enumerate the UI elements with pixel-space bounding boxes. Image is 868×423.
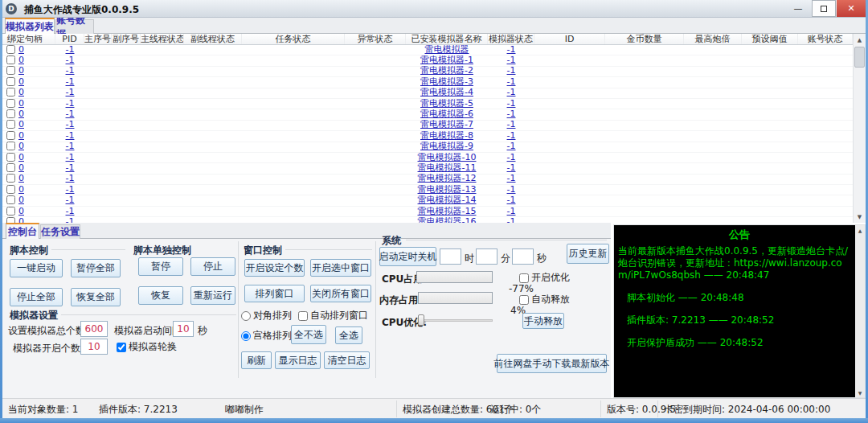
console-scroll-down-icon[interactable]: ▼ bbox=[855, 388, 865, 397]
row-checkbox[interactable] bbox=[6, 142, 15, 150]
column-header[interactable]: PID bbox=[55, 34, 84, 44]
row-handle-link[interactable]: 0 bbox=[18, 120, 24, 129]
rotate-checkbox[interactable]: 模拟器轮换 bbox=[117, 340, 177, 354]
row-checkbox[interactable] bbox=[6, 131, 15, 140]
pause-button[interactable]: 暂停 bbox=[138, 257, 183, 276]
row-handle-link[interactable]: 0 bbox=[18, 185, 24, 195]
row-pid-link[interactable]: -1 bbox=[66, 185, 75, 195]
manual-release-button[interactable]: 手动释放 bbox=[522, 313, 564, 329]
row-status-link[interactable]: -1 bbox=[507, 77, 516, 87]
row-status-link[interactable]: -1 bbox=[507, 99, 516, 109]
row-handle-link[interactable]: 0 bbox=[18, 217, 24, 223]
auto-arrange-checkbox-input[interactable] bbox=[298, 311, 308, 321]
row-pid-link[interactable]: -1 bbox=[66, 163, 75, 173]
start-all-button[interactable]: 一键启动 bbox=[10, 259, 63, 277]
row-handle-link[interactable]: 0 bbox=[18, 99, 24, 109]
row-handle-link[interactable]: 0 bbox=[18, 153, 24, 162]
row-status-link[interactable]: -1 bbox=[507, 131, 516, 141]
row-checkbox[interactable] bbox=[6, 99, 15, 108]
column-header[interactable]: 绑定句柄 bbox=[2, 34, 55, 44]
row-status-link[interactable]: -1 bbox=[507, 153, 516, 162]
row-pid-link[interactable]: -1 bbox=[66, 142, 75, 151]
row-status-link[interactable]: -1 bbox=[507, 45, 516, 55]
row-status-link[interactable]: -1 bbox=[507, 217, 516, 223]
arrange-windows-button[interactable]: 排列窗口 bbox=[244, 285, 305, 302]
clear-log-button[interactable]: 清空日志 bbox=[324, 351, 370, 369]
row-status-link[interactable]: -1 bbox=[507, 88, 516, 97]
column-header[interactable]: 主序号 bbox=[84, 34, 112, 44]
tab-account-data[interactable]: 账号数据 bbox=[55, 19, 94, 34]
auto-release-checkbox-input[interactable] bbox=[519, 295, 529, 305]
row-handle-link[interactable]: 0 bbox=[18, 142, 24, 151]
download-latest-button[interactable]: 前往网盘手动下载最新版本 bbox=[497, 354, 607, 373]
row-status-link[interactable]: -1 bbox=[507, 142, 516, 151]
column-header[interactable]: 异常状态 bbox=[345, 34, 406, 44]
console-scrollbar[interactable]: ▲ ▼ bbox=[855, 225, 865, 397]
tab-emulator-list[interactable]: 模拟器列表 bbox=[5, 18, 55, 34]
row-emulator-name-link[interactable]: 雷电模拟器-5 bbox=[420, 99, 473, 109]
row-emulator-name-link[interactable]: 雷电模拟器-15 bbox=[418, 207, 477, 216]
row-emulator-name-link[interactable]: 雷电模拟器-4 bbox=[420, 88, 473, 97]
row-emulator-name-link[interactable]: 雷电模拟器-12 bbox=[418, 174, 477, 183]
interval-input[interactable] bbox=[173, 321, 194, 337]
row-pid-link[interactable]: -1 bbox=[66, 99, 75, 109]
row-pid-link[interactable]: -1 bbox=[66, 207, 75, 216]
row-pid-link[interactable]: -1 bbox=[66, 88, 75, 97]
diagonal-radio[interactable]: 对角排列 bbox=[241, 309, 292, 322]
row-emulator-name-link[interactable]: 雷电模拟器-7 bbox=[420, 120, 473, 129]
row-checkbox[interactable] bbox=[6, 55, 15, 64]
stop-all-button[interactable]: 停止全部 bbox=[10, 288, 63, 306]
row-handle-link[interactable]: 0 bbox=[18, 55, 24, 65]
auto-release-checkbox[interactable]: 自动释放 bbox=[519, 293, 570, 306]
row-emulator-name-link[interactable]: 雷电模拟器-14 bbox=[418, 195, 477, 205]
open-count-input[interactable] bbox=[80, 339, 108, 355]
diagonal-radio-input[interactable] bbox=[241, 311, 251, 321]
select-all-button[interactable]: 全选 bbox=[335, 326, 362, 344]
minute-input[interactable] bbox=[476, 248, 497, 265]
resume-all-button[interactable]: 恢复全部 bbox=[71, 288, 121, 306]
history-update-button[interactable]: 历史更新 bbox=[567, 244, 609, 264]
stop-button[interactable]: 停止 bbox=[190, 257, 235, 276]
column-header[interactable]: ID bbox=[534, 34, 605, 44]
row-pid-link[interactable]: -1 bbox=[66, 66, 75, 76]
row-checkbox[interactable] bbox=[6, 217, 15, 223]
row-emulator-name-link[interactable]: 雷电模拟器-16 bbox=[418, 217, 477, 223]
column-header[interactable]: 账号状态 bbox=[798, 34, 853, 44]
column-header[interactable]: 已安装模拟器名称 bbox=[406, 34, 488, 44]
row-status-link[interactable]: -1 bbox=[507, 66, 516, 76]
column-header[interactable]: 模拟器状态 bbox=[488, 34, 534, 44]
table-scrollbar[interactable]: ▲ ▼ bbox=[853, 34, 866, 223]
row-status-link[interactable]: -1 bbox=[507, 109, 516, 119]
row-pid-link[interactable]: -1 bbox=[66, 45, 75, 55]
row-handle-link[interactable]: 0 bbox=[18, 195, 24, 205]
row-checkbox[interactable] bbox=[6, 174, 15, 183]
row-emulator-name-link[interactable]: 雷电模拟器-11 bbox=[418, 163, 477, 173]
column-header[interactable]: 副序号 bbox=[112, 34, 141, 44]
row-status-link[interactable]: -1 bbox=[507, 163, 516, 173]
row-status-link[interactable]: -1 bbox=[507, 55, 516, 65]
pause-all-button[interactable]: 暂停全部 bbox=[71, 259, 121, 277]
row-pid-link[interactable]: -1 bbox=[66, 77, 75, 87]
hour-input[interactable] bbox=[440, 248, 461, 265]
row-checkbox[interactable] bbox=[6, 195, 15, 204]
slider-thumb[interactable] bbox=[418, 314, 424, 326]
row-handle-link[interactable]: 0 bbox=[18, 163, 24, 173]
tab-console[interactable]: 控制台 bbox=[6, 223, 39, 239]
row-pid-link[interactable]: -1 bbox=[66, 120, 75, 129]
row-pid-link[interactable]: -1 bbox=[66, 217, 75, 223]
row-pid-link[interactable]: -1 bbox=[66, 153, 75, 162]
second-input[interactable] bbox=[512, 248, 534, 265]
row-checkbox[interactable] bbox=[6, 88, 15, 97]
timed-shutdown-button[interactable]: 启动定时关机 bbox=[379, 247, 436, 266]
row-status-link[interactable]: -1 bbox=[507, 185, 516, 195]
close-all-windows-button[interactable]: 关闭所有窗口 bbox=[310, 285, 371, 302]
row-checkbox[interactable] bbox=[6, 207, 15, 216]
open-set-count-button[interactable]: 开启设定个数 bbox=[244, 259, 305, 277]
refresh-button[interactable]: 刷新 bbox=[241, 351, 272, 369]
console-scroll-up-icon[interactable]: ▲ bbox=[855, 225, 865, 235]
row-checkbox[interactable] bbox=[6, 153, 15, 162]
resume-button[interactable]: 恢复 bbox=[138, 286, 183, 305]
row-emulator-name-link[interactable]: 雷电模拟器-13 bbox=[418, 185, 477, 195]
row-handle-link[interactable]: 0 bbox=[18, 207, 24, 216]
optimize-checkbox-input[interactable] bbox=[519, 273, 529, 283]
